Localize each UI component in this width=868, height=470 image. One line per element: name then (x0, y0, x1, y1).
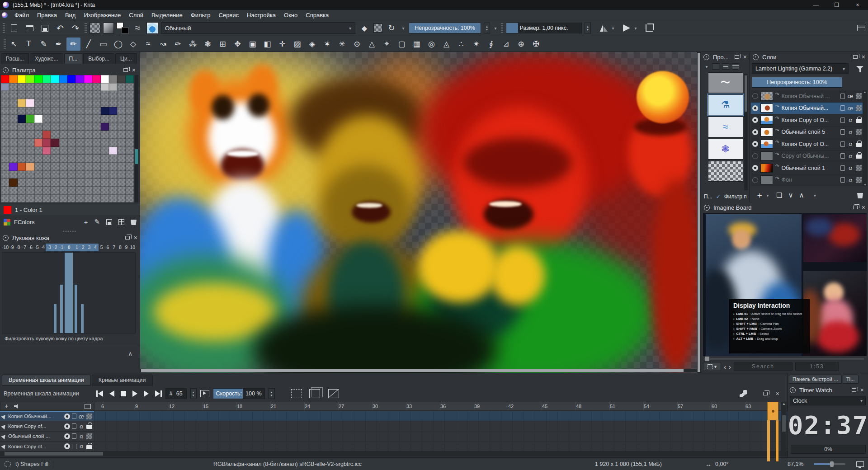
palette-swatch[interactable] (92, 99, 100, 107)
layer-row[interactable]: ↷ Обычный слой 1 α (751, 162, 863, 174)
palette-swatch[interactable] (26, 139, 34, 147)
palette-swatch[interactable] (9, 187, 17, 195)
pin-icon[interactable] (1, 433, 7, 439)
dock-tab[interactable]: Ti... (843, 375, 859, 384)
palette-swatch[interactable] (84, 179, 92, 187)
palette-swatch[interactable] (67, 131, 75, 139)
new-document-button[interactable] (8, 22, 20, 34)
freehand-select-tool[interactable]: ∴ (454, 38, 468, 51)
palette-swatch[interactable] (117, 115, 125, 123)
palette-swatch[interactable] (9, 163, 17, 171)
palette-swatch[interactable] (101, 75, 109, 83)
palette-swatch[interactable] (42, 187, 51, 195)
preset-thumbnail[interactable]: ≈ (708, 117, 743, 137)
palette-swatch[interactable] (1, 155, 9, 163)
layer-visibility-icon[interactable] (752, 177, 758, 183)
polyline-tool[interactable]: ≈ (141, 38, 155, 51)
palette-swatch[interactable] (18, 179, 26, 187)
palette-swatch[interactable] (84, 194, 92, 202)
palette-swatch[interactable] (26, 123, 34, 131)
palette-swatch[interactable] (9, 91, 17, 99)
palette-swatch[interactable] (1, 99, 9, 107)
palette-swatch[interactable] (1, 179, 9, 187)
frame-spinner[interactable]: ▴▾ (190, 388, 197, 399)
pan-tool[interactable]: ✠ (529, 38, 543, 51)
colorize-mask-tool[interactable]: ⊙ (350, 38, 364, 51)
palette-swatch[interactable] (109, 147, 117, 155)
reference-image[interactable] (803, 271, 867, 356)
pin-icon[interactable] (1, 423, 7, 429)
fg-bg-color-swatch[interactable] (117, 22, 128, 34)
palette-swatch[interactable] (117, 139, 125, 147)
zoom-tool[interactable]: ⊕ (514, 38, 528, 51)
palette-swatch[interactable] (92, 107, 100, 115)
onion-frame-number[interactable]: 3 (86, 244, 92, 251)
palette-swatch[interactable] (42, 123, 51, 131)
canvas-vertical-scrollbar[interactable] (697, 52, 701, 373)
stop-button[interactable] (121, 391, 126, 396)
palette-swatch[interactable] (126, 115, 134, 123)
layer-visibility-icon[interactable] (64, 443, 70, 449)
inherit-alpha-icon[interactable] (856, 143, 862, 147)
palette-swatch[interactable] (34, 171, 42, 179)
menu-item[interactable]: Фильтр (187, 11, 215, 19)
layer-opacity-slider[interactable]: Непрозрачность: 100% (752, 77, 842, 88)
onion-opacity-bar[interactable] (123, 253, 129, 333)
palette-swatch[interactable] (117, 194, 125, 202)
palette-swatch[interactable] (9, 115, 17, 123)
timeline-tracks[interactable] (94, 411, 788, 452)
layers-scrollbar[interactable]: ▲▼ (863, 90, 867, 186)
palette-swatch[interactable] (18, 99, 26, 107)
palette-swatch[interactable] (1, 171, 9, 179)
palette-swatch[interactable] (84, 139, 92, 147)
palette-swatch[interactable] (18, 187, 26, 195)
palette-swatch[interactable] (101, 115, 109, 123)
palette-swatch[interactable] (59, 139, 67, 147)
palette-swatch[interactable] (67, 99, 75, 107)
palette-swatch[interactable] (67, 163, 75, 171)
palette-swatch[interactable] (34, 194, 42, 202)
palette-swatch[interactable] (109, 171, 117, 179)
palette-swatch[interactable] (26, 115, 34, 123)
move-layer-down-button[interactable]: ∨ (788, 191, 793, 199)
palette-swatch[interactable] (101, 83, 109, 91)
rectangular-select-tool[interactable]: ▦ (410, 38, 424, 51)
palette-swatch[interactable] (75, 123, 84, 131)
chevron-down-icon[interactable]: ▾ (610, 26, 616, 31)
layer-row[interactable]: ↷ Обычный слой 5 α (751, 127, 863, 139)
onion-frame-number[interactable]: -7 (21, 244, 28, 251)
onion-frame-number[interactable]: 10 (129, 244, 136, 251)
palette-swatch[interactable] (9, 123, 17, 131)
palette-swatch[interactable] (84, 131, 92, 139)
inherit-alpha-icon[interactable] (856, 105, 862, 111)
monitor-icon[interactable] (856, 461, 864, 467)
palette-swatch[interactable] (117, 187, 125, 195)
float-docker-icon[interactable] (763, 392, 768, 395)
palette-swatch[interactable] (101, 131, 109, 139)
palette-swatch[interactable] (117, 155, 125, 163)
palette-swatch[interactable] (117, 107, 125, 115)
palette-swatch[interactable] (92, 131, 100, 139)
layer-row[interactable]: ↷ Копия Обычный ... œ (751, 90, 863, 103)
dock-tab[interactable]: П... (64, 53, 83, 64)
timeline-vertical-scrollbar[interactable]: ▲ (781, 402, 787, 452)
status-colorspace[interactable]: RGB/альфа-канал (8-бит/канал) sRGB-elle-… (213, 461, 362, 467)
inherit-alpha-icon[interactable] (856, 155, 862, 159)
palette-swatch[interactable] (101, 179, 109, 187)
layer-row[interactable]: ↷ Копия Обычный... œ (751, 103, 863, 115)
timeline-tab[interactable]: Кривые анимации (92, 375, 153, 385)
palette-swatch[interactable] (117, 171, 125, 179)
layer-mode-icon[interactable] (309, 389, 320, 398)
playback-options-icon[interactable] (200, 390, 209, 397)
palette-swatch[interactable] (26, 187, 34, 195)
palette-swatch[interactable] (92, 139, 100, 147)
palette-swatch[interactable] (9, 179, 17, 187)
palette-swatch[interactable] (109, 107, 117, 115)
onion-opacity-bar[interactable] (110, 253, 117, 333)
palette-swatch[interactable] (67, 194, 75, 202)
palette-swatch[interactable] (101, 147, 109, 155)
palette-swatch[interactable] (18, 139, 26, 147)
palette-swatch[interactable] (117, 91, 125, 99)
close-docker-icon[interactable]: × (776, 391, 779, 396)
palette-swatch[interactable] (126, 123, 134, 131)
